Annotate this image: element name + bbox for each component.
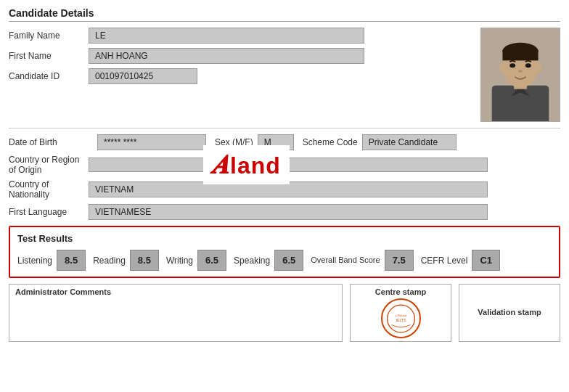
writing-score: 6.5 bbox=[197, 250, 226, 271]
country-nationality-value: VIETNAM bbox=[89, 181, 488, 197]
svg-point-9 bbox=[509, 63, 515, 68]
dob-sex-scheme-row: Date of Birth ***** **** Sex (M/F) M Sch… bbox=[9, 134, 560, 150]
svg-text:o Educa: o Educa bbox=[395, 314, 406, 317]
first-language-value: VIETNAMESE bbox=[89, 204, 488, 220]
first-language-row: First Language VIETNAMESE bbox=[9, 204, 560, 220]
family-name-row: Family Name LE bbox=[9, 28, 473, 44]
sex-value: M bbox=[258, 134, 294, 150]
scheme-code-value: Private Candidate bbox=[362, 134, 457, 150]
candidate-fields: Family Name LE First Name ANH HOANG Cand… bbox=[9, 28, 473, 122]
family-name-value: LE bbox=[89, 28, 364, 44]
test-results-section: Test Results Listening 8.5 Reading 8.5 W… bbox=[9, 226, 560, 278]
reading-label: Reading bbox=[93, 256, 126, 266]
listening-score: 8.5 bbox=[57, 250, 86, 271]
country-region-label: Country or Region of Origin bbox=[9, 155, 89, 175]
speaking-score: 6.5 bbox=[274, 250, 303, 271]
validation-stamp-label: Validation stamp bbox=[478, 308, 541, 317]
centre-stamp-label: Centre stamp bbox=[375, 287, 426, 296]
first-name-row: First Name ANH HOANG bbox=[9, 48, 473, 64]
dob-value: ***** **** bbox=[97, 134, 206, 150]
overall-score: 7.5 bbox=[385, 250, 414, 271]
candidate-id-row: Candidate ID 001097010425 bbox=[9, 68, 473, 84]
first-language-label: First Language bbox=[9, 207, 89, 217]
overall-group: Overall Band Score 7.5 bbox=[311, 250, 413, 271]
speaking-label: Speaking bbox=[234, 256, 270, 266]
svg-rect-6 bbox=[502, 50, 538, 61]
footer-row: Administrator Comments Centre stamp o Ed… bbox=[9, 284, 560, 342]
listening-group: Listening 8.5 bbox=[17, 250, 86, 271]
centre-stamp-section: Centre stamp o Educa IELTS bbox=[350, 284, 451, 342]
validation-stamp-section: Validation stamp bbox=[459, 284, 560, 342]
svg-text:IELTS: IELTS bbox=[396, 318, 406, 322]
writing-group: Writing 6.5 bbox=[166, 250, 226, 271]
dob-label: Date of Birth bbox=[9, 137, 89, 147]
first-name-label: First Name bbox=[9, 51, 89, 61]
candidate-details: Family Name LE First Name ANH HOANG Cand… bbox=[9, 28, 560, 122]
country-nationality-row: Country of Nationality VIETNAM bbox=[9, 179, 560, 200]
divider-1 bbox=[9, 128, 560, 128]
cefr-score: C1 bbox=[472, 250, 500, 271]
reading-score: 8.5 bbox=[130, 250, 159, 271]
svg-point-11 bbox=[518, 70, 523, 73]
candidate-id-value: 001097010425 bbox=[89, 68, 197, 84]
scheme-code-group: Scheme Code Private Candidate bbox=[303, 134, 457, 150]
cefr-group: CEFR Level C1 bbox=[421, 250, 500, 271]
writing-label: Writing bbox=[166, 256, 193, 266]
centre-stamp-circle: o Educa IELTS bbox=[381, 298, 421, 338]
candidate-photo bbox=[480, 28, 560, 122]
speaking-group: Speaking 6.5 bbox=[234, 250, 303, 271]
admin-comments-label: Administrator Comments bbox=[15, 287, 336, 296]
svg-point-10 bbox=[525, 63, 531, 68]
scheme-code-label: Scheme Code bbox=[303, 137, 358, 147]
reading-group: Reading 8.5 bbox=[93, 250, 159, 271]
scores-row: Listening 8.5 Reading 8.5 Writing 6.5 Sp… bbox=[17, 250, 552, 271]
svg-point-8 bbox=[535, 62, 542, 73]
sex-group: Sex (M/F) M bbox=[215, 134, 294, 150]
svg-point-7 bbox=[499, 62, 507, 73]
admin-comments-section: Administrator Comments bbox=[9, 284, 343, 342]
family-name-label: Family Name bbox=[9, 30, 89, 41]
listening-label: Listening bbox=[17, 256, 52, 266]
cefr-label: CEFR Level bbox=[421, 256, 468, 266]
country-nationality-label: Country of Nationality bbox=[9, 179, 89, 200]
test-results-title: Test Results bbox=[17, 233, 552, 244]
document: Candidate Details Family Name LE First N… bbox=[0, 0, 569, 392]
sex-label: Sex (M/F) bbox=[215, 137, 253, 147]
country-region-row: Country or Region of Origin bbox=[9, 155, 560, 175]
candidate-id-label: Candidate ID bbox=[9, 71, 89, 81]
country-region-value bbox=[89, 158, 488, 172]
first-name-value: ANH HOANG bbox=[89, 48, 364, 64]
overall-label: Overall Band Score bbox=[311, 256, 380, 265]
section-title: Candidate Details bbox=[9, 7, 560, 22]
